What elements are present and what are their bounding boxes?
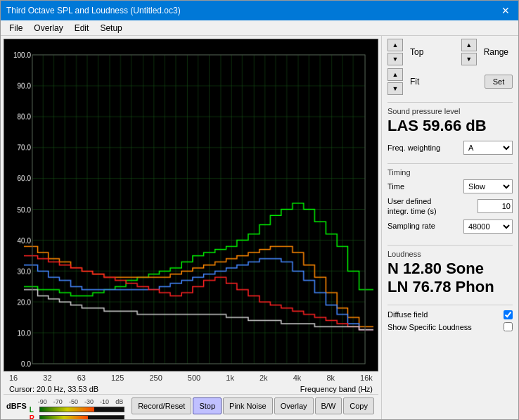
main-content: dB Third octave SPL A R T A 16 32 63 125…: [1, 36, 518, 419]
record-reset-button[interactable]: Record/Reset: [132, 397, 191, 414]
top-nav-row: ▲ ▼ Top ▲ ▼ Range: [387, 39, 513, 65]
bw-button[interactable]: B/W: [315, 397, 342, 414]
chart-container: dB Third octave SPL A R T A: [4, 39, 378, 371]
x-tick-16: 16: [9, 374, 18, 382]
user-defined-row: User defined integr. time (s): [387, 196, 513, 217]
x-tick-1k: 1k: [226, 374, 234, 382]
divider-4: [387, 305, 513, 305]
fit-up-button[interactable]: ▲: [387, 68, 403, 81]
menu-bar: File Overlay Edit Setup: [1, 20, 518, 36]
dbfs-bar: dBFS -90 -70 -50 -30 -10 dB: [4, 394, 378, 416]
fit-down-button[interactable]: ▼: [387, 82, 403, 95]
top-label: Top: [406, 46, 428, 58]
time-select[interactable]: Slow Fast Impulse: [463, 179, 513, 193]
diffuse-field-checkbox[interactable]: [504, 310, 513, 319]
menu-overlay[interactable]: Overlay: [28, 22, 68, 34]
time-row: Time Slow Fast Impulse: [387, 179, 513, 193]
freq-weighting-select[interactable]: A B C Z: [463, 141, 513, 155]
copy-button[interactable]: Copy: [343, 397, 374, 414]
overlay-button[interactable]: Overlay: [274, 397, 314, 414]
set-button[interactable]: Set: [485, 75, 513, 89]
fit-nav-row: ▲ ▼ Fit Set: [387, 68, 513, 95]
divider-1: [387, 102, 513, 103]
scale-minus70: -70: [53, 398, 63, 405]
scale-minus50: -50: [69, 398, 78, 405]
range-nav-group: ▲ ▼: [461, 39, 477, 65]
sampling-rate-select[interactable]: 48000 44100 96000: [463, 219, 513, 234]
chart-footer: Cursor: 20.0 Hz, 33.53 dB Frequency band…: [4, 384, 378, 394]
right-panel: ▲ ▼ Top ▲ ▼ Range ▲ ▼ Fit Set: [381, 36, 518, 419]
timing-title: Timing: [387, 168, 513, 177]
time-label: Time: [387, 182, 404, 191]
timing-section: Timing Time Slow Fast Impulse User defin…: [387, 168, 513, 236]
x-tick-63: 63: [77, 374, 86, 382]
x-axis: 16 32 63 125 250 500 1k 2k 4k 8k 16k: [4, 371, 378, 384]
x-tick-4k: 4k: [293, 374, 302, 382]
spl-section-label: Sound pressure level: [387, 107, 513, 115]
freq-weighting-row: Freq. weighting A B C Z: [387, 141, 513, 155]
close-button[interactable]: ✕: [499, 4, 513, 18]
range-down-button[interactable]: ▼: [461, 53, 477, 65]
show-specific-checkbox[interactable]: [504, 322, 513, 331]
sampling-rate-row: Sampling rate 48000 44100 96000: [387, 219, 513, 234]
top-down-button[interactable]: ▼: [387, 53, 403, 65]
dbfs-r-label: R: [30, 414, 37, 420]
spl-value: LAS 59.66 dB: [387, 117, 513, 135]
x-tick-500: 500: [188, 374, 200, 382]
diffuse-field-label: Diffuse field: [387, 310, 428, 319]
fit-nav-group: ▲ ▼: [387, 68, 403, 95]
x-tick-125: 125: [111, 374, 124, 382]
fit-label: Fit: [406, 75, 423, 88]
x-tick-32: 32: [43, 374, 51, 382]
x-tick-250: 250: [149, 374, 162, 382]
range-label: Range: [480, 46, 513, 58]
menu-file[interactable]: File: [4, 22, 28, 34]
scale-minus10: -10: [100, 398, 109, 405]
dbfs-l-label: L: [30, 406, 37, 414]
chart-canvas: [4, 39, 378, 371]
window-title: Third Octave SPL and Loudness (Untitled.…: [6, 6, 499, 15]
pink-noise-button[interactable]: Pink Noise: [223, 397, 273, 414]
x-tick-8k: 8k: [326, 374, 335, 382]
loudness-ln-value: LN 76.78 Phon: [387, 278, 513, 296]
loudness-section: Loudness N 12.80 Sone LN 76.78 Phon: [387, 250, 513, 297]
loudness-title: Loudness: [387, 250, 513, 258]
divider-3: [387, 245, 513, 246]
bottom-button-row: Record/Reset Stop Pink Noise Overlay B/W…: [130, 397, 376, 414]
loudness-n-value: N 12.80 Sone: [387, 260, 513, 278]
cursor-text: Cursor: 20.0 Hz, 33.53 dB: [9, 385, 98, 393]
title-bar: Third Octave SPL and Loudness (Untitled.…: [1, 1, 518, 20]
menu-setup[interactable]: Setup: [94, 22, 127, 34]
x-tick-16k: 16k: [360, 374, 373, 382]
dbfs-label: dBFS: [6, 402, 27, 410]
user-defined-input[interactable]: [478, 199, 513, 213]
scale-db: dB: [115, 398, 123, 405]
x-tick-2k: 2k: [260, 374, 268, 382]
user-defined-label: User defined integr. time (s): [387, 196, 437, 217]
top-up-button[interactable]: ▲: [387, 39, 403, 51]
scale-minus90: -90: [38, 398, 47, 405]
menu-edit[interactable]: Edit: [69, 22, 95, 34]
show-specific-label: Show Specific Loudness: [387, 322, 472, 332]
top-nav-group: ▲ ▼: [387, 39, 403, 65]
stop-button[interactable]: Stop: [193, 397, 222, 414]
divider-2: [387, 163, 513, 164]
freq-weighting-label: Freq. weighting: [387, 144, 440, 152]
sampling-rate-label: Sampling rate: [387, 221, 435, 231]
spl-section: Sound pressure level LAS 59.66 dB: [387, 107, 513, 135]
scale-minus30: -30: [84, 398, 94, 405]
show-specific-row: Show Specific Loudness: [387, 322, 513, 332]
chart-area: dB Third octave SPL A R T A 16 32 63 125…: [1, 36, 381, 419]
diffuse-field-row: Diffuse field: [387, 310, 513, 319]
freq-band-text: Frequency band (Hz): [300, 385, 373, 393]
main-window: Third Octave SPL and Loudness (Untitled.…: [0, 0, 519, 420]
dbfs-meter: -90 -70 -50 -30 -10 dB L: [30, 398, 124, 414]
range-up-button[interactable]: ▲: [461, 39, 477, 51]
